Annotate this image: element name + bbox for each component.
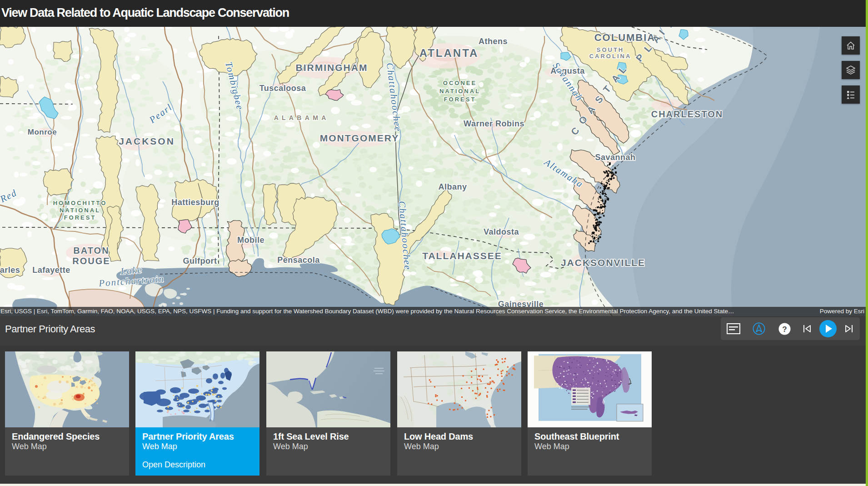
svg-text:Gulfport: Gulfport: [183, 256, 217, 266]
svg-text:BATON: BATON: [73, 246, 109, 256]
svg-text:Warner Robins: Warner Robins: [464, 119, 524, 128]
svg-text:Athens: Athens: [479, 37, 508, 46]
svg-text:ATLANTA: ATLANTA: [419, 47, 479, 59]
svg-text:SOUTH: SOUTH: [597, 46, 624, 53]
svg-text:NATIONAL: NATIONAL: [60, 207, 100, 214]
svg-text:JACKSONVILLE: JACKSONVILLE: [561, 257, 645, 268]
svg-text:Valdosta: Valdosta: [484, 227, 519, 236]
svg-text:Pensacola: Pensacola: [277, 256, 320, 265]
svg-text:Monroe: Monroe: [28, 128, 57, 136]
svg-text:JACKSON: JACKSON: [119, 136, 175, 146]
svg-text:Hattiesburg: Hattiesburg: [171, 198, 219, 207]
svg-text:NATIONAL: NATIONAL: [439, 88, 480, 95]
svg-text:Lafayette: Lafayette: [32, 266, 70, 275]
svg-text:arles: arles: [0, 266, 20, 275]
svg-text:Savannah: Savannah: [595, 153, 635, 162]
svg-text:TALLAHASSEE: TALLAHASSEE: [422, 251, 502, 261]
svg-text:CHARLESTON: CHARLESTON: [651, 109, 723, 119]
svg-text:ROUGE: ROUGE: [72, 256, 110, 266]
svg-text:CAROLINA: CAROLINA: [589, 53, 632, 60]
svg-text:BIRMINGHAM: BIRMINGHAM: [296, 62, 368, 73]
svg-text:MONTGOMERY: MONTGOMERY: [320, 133, 399, 143]
svg-text:FOREST: FOREST: [64, 214, 96, 221]
svg-text:?: ?: [782, 325, 787, 333]
svg-text:COLUMBIA: COLUMBIA: [594, 32, 656, 43]
svg-text:Albany: Albany: [438, 182, 467, 191]
svg-text:OCONEE: OCONEE: [443, 80, 477, 86]
svg-text:Tuscaloosa: Tuscaloosa: [259, 84, 306, 93]
svg-text:Mobile: Mobile: [237, 235, 264, 245]
svg-text:A L A B A M A: A L A B A M A: [274, 114, 327, 121]
svg-text:FOREST: FOREST: [444, 96, 476, 103]
svg-text:HOMOCHITTO: HOMOCHITTO: [53, 200, 107, 206]
